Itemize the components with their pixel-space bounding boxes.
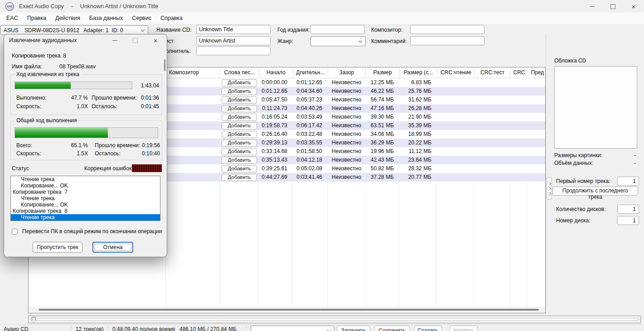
scrollbar-thumb[interactable] (39, 309, 539, 311)
cell-crc-test (475, 87, 510, 96)
status-log-list[interactable]: Чтение трекаКопирование... OKКопирование… (10, 176, 160, 221)
cell-size-compressed: 23.64 МБ (399, 156, 437, 164)
data-size-value: - (603, 160, 636, 166)
year-input[interactable] (310, 25, 365, 34)
remain-value: 0:01:45 (132, 103, 159, 110)
column-header[interactable]: CRC:тест (475, 67, 510, 78)
year-label: Год издания: (277, 27, 310, 33)
column-header[interactable]: Длительн... (293, 67, 328, 78)
cd-cover-image-box[interactable] (554, 66, 637, 149)
skip-track-button[interactable]: Пропустить трек (33, 242, 82, 253)
slider-thumb[interactable] (32, 317, 36, 322)
menu-item[interactable]: Сервис (127, 13, 156, 24)
cell-start-time: 0:35:13.43 (259, 156, 293, 164)
composer-input[interactable] (410, 25, 484, 34)
add-lyrics-button[interactable]: Добавить (222, 165, 257, 173)
cancel-button[interactable]: Отмена (92, 242, 133, 253)
disc-count-input[interactable]: 1 (617, 205, 639, 214)
add-lyrics-button[interactable]: Добавить (222, 96, 257, 104)
first-track-input[interactable]: 1 (617, 177, 639, 186)
menu-item[interactable]: База данных (85, 13, 127, 24)
profile-button[interactable]: Создать (414, 326, 442, 331)
performer-input[interactable] (196, 46, 271, 55)
log-item[interactable]: Чтение трека (11, 176, 160, 182)
log-item[interactable]: Чтение трека (11, 195, 160, 201)
cell-size-compressed: 20.22 МБ (399, 139, 437, 147)
menu-item[interactable]: Справка (156, 13, 187, 24)
dialog-minimize-button[interactable] (105, 34, 125, 46)
column-header[interactable]: Слова пес... (220, 67, 259, 78)
profile-button[interactable]: Сохранить (374, 326, 410, 331)
cell-gap: Неизвестно (328, 121, 365, 130)
log-item[interactable]: Копирование трека 7 (11, 189, 160, 195)
disc-number-input[interactable]: 1 (617, 216, 639, 225)
profile-combo[interactable] (251, 326, 334, 331)
add-lyrics-button[interactable]: Добавить (222, 105, 257, 112)
cell-crc-read (437, 156, 475, 164)
add-lyrics-button[interactable]: Добавить (222, 122, 257, 130)
statusbar-total-time: 0:48:09.40 полное время (112, 326, 175, 331)
cell-start-time: 0:26:16.40 (259, 130, 293, 139)
extraction-dialog: Извлечение аудиоданных × Копирование тре… (4, 34, 167, 257)
log-item[interactable]: Копирование... OK (11, 201, 160, 208)
column-header[interactable]: Размер (366, 67, 400, 78)
add-lyrics-button[interactable]: Добавить (222, 148, 257, 155)
minimize-button[interactable] (581, 0, 602, 13)
add-lyrics-button[interactable]: Добавить (222, 114, 257, 121)
column-header[interactable]: Зазор (328, 67, 366, 78)
menu-item[interactable]: Действия (51, 13, 85, 24)
comment-input[interactable] (410, 36, 484, 45)
cell-size: 36.29 МБ (365, 139, 399, 147)
status-bar: Аудио CD 12 трек(ов) 0:48:09.40 полное в… (0, 324, 644, 331)
dialog-titlebar: Извлечение аудиоданных × (4, 34, 167, 46)
add-lyrics-button[interactable]: Добавить (222, 131, 257, 138)
track-time-total: 1:43.04 (132, 82, 159, 89)
track-position-slider[interactable] (28, 316, 641, 323)
column-header[interactable]: Пред (528, 67, 546, 78)
app-name: Exact Audio Copy (19, 3, 64, 10)
menu-item[interactable]: Правка (23, 13, 51, 24)
add-lyrics-button[interactable]: Добавить (222, 174, 257, 181)
add-lyrics-button[interactable]: Добавить (222, 139, 257, 147)
table-horizontal-scrollbar[interactable] (29, 307, 545, 313)
total-progress-group-title: Общий ход выполнения (15, 117, 78, 124)
add-lyrics-button[interactable]: Добавить (222, 157, 257, 164)
log-item[interactable]: Копирование трека 8 (11, 208, 160, 214)
maximize-button[interactable] (602, 0, 623, 13)
cd-title-input[interactable]: Unknown Title (196, 25, 271, 34)
sleep-checkbox[interactable] (12, 229, 18, 235)
cd-artist-input[interactable]: Unknown Artist (196, 36, 271, 45)
drive-selector-combo[interactable]: ASUS SDRW-08D2S-U B912 Adapter: 1 ID: 0 (0, 25, 148, 35)
total-progress-bar (15, 127, 158, 138)
log-item[interactable]: Копирование... OK (11, 182, 160, 189)
cell-composer (166, 164, 220, 173)
panel-expander[interactable] (547, 177, 552, 200)
chevron-down-icon (327, 328, 331, 331)
column-header[interactable]: Размер (с... (400, 67, 437, 78)
column-header[interactable]: Начало (259, 67, 293, 78)
log-scrollbar-thumb[interactable] (164, 59, 165, 71)
cell-size-compressed: 31.62 МБ (399, 96, 437, 104)
add-lyrics-button[interactable]: Добавить (222, 79, 257, 86)
profile-button[interactable]: Загрузить (337, 326, 370, 331)
cell-size-compressed: 20.77 МБ (399, 173, 437, 182)
cell-crc (510, 156, 528, 164)
continue-last-track-button[interactable]: Продолжить с последнего трека (552, 187, 638, 196)
profile-button[interactable]: Удалить (450, 326, 478, 331)
chevron-right-icon (547, 182, 551, 185)
column-header[interactable]: CRC (510, 67, 528, 78)
genre-combo[interactable] (310, 36, 366, 46)
track-progress-group-title: Ход извлечения из трека (15, 71, 81, 77)
log-item[interactable]: Чтение трека (11, 214, 160, 221)
cell-gap: Неизвестно (328, 96, 365, 104)
add-lyrics-button[interactable]: Добавить (222, 88, 257, 95)
close-button[interactable]: × (623, 0, 644, 13)
column-header[interactable]: CRC:чтение (437, 67, 475, 78)
cell-start-time: 0:01:12.65 (259, 87, 293, 96)
cell-start-time: 0:00:00.00 (259, 78, 293, 87)
disc-number-label: Номер диска: (556, 217, 591, 224)
column-header[interactable]: Композитор (166, 67, 220, 78)
dialog-close-button[interactable]: × (145, 34, 166, 46)
cell-crc-read (437, 96, 475, 104)
menu-item[interactable]: EAC (2, 13, 23, 24)
